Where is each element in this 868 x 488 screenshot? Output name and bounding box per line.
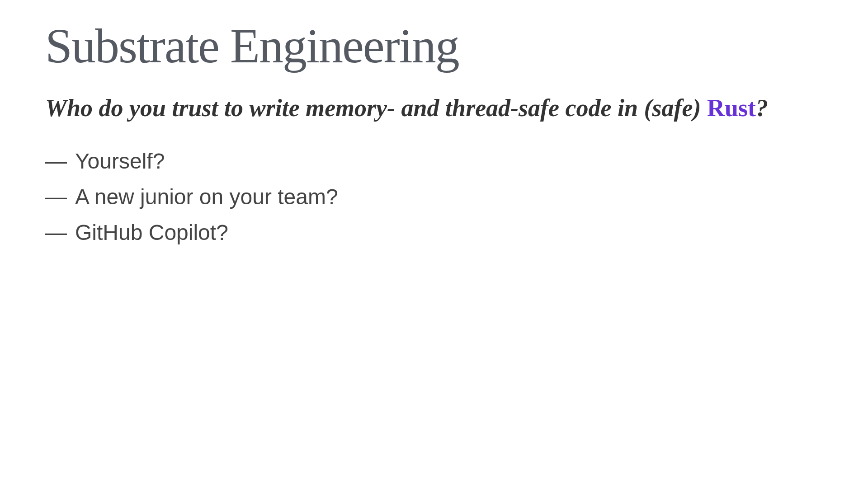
slide-question: Who do you trust to write memory- and th… xyxy=(45,92,823,124)
bullet-text: GitHub Copilot? xyxy=(75,220,228,245)
question-highlight: Rust xyxy=(707,94,756,122)
list-item: — Yourself? xyxy=(45,149,823,174)
bullet-list: — Yourself? — A new junior on your team?… xyxy=(45,149,823,245)
list-item: — GitHub Copilot? xyxy=(45,220,823,245)
bullet-dash-icon: — xyxy=(45,149,67,174)
bullet-dash-icon: — xyxy=(45,220,67,245)
bullet-dash-icon: — xyxy=(45,184,67,209)
slide-container: Substrate Engineering Who do you trust t… xyxy=(0,0,868,488)
list-item: — A new junior on your team? xyxy=(45,184,823,209)
slide-title: Substrate Engineering xyxy=(45,18,823,74)
bullet-text: Yourself? xyxy=(75,149,165,174)
bullet-text: A new junior on your team? xyxy=(75,184,338,209)
question-prefix: Who do you trust to write memory- and th… xyxy=(45,94,707,122)
question-suffix: ? xyxy=(756,94,768,122)
